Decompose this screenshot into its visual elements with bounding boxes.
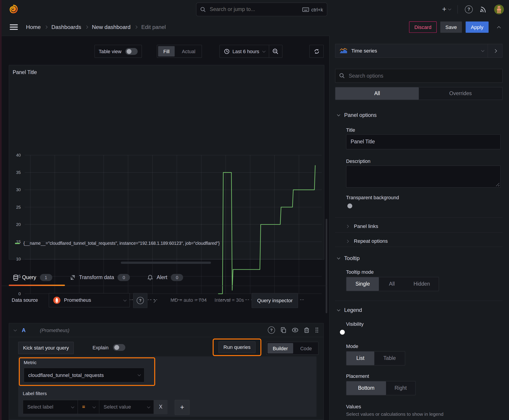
- news-feed-icon[interactable]: [480, 6, 487, 13]
- fill-option[interactable]: Fill: [158, 46, 175, 56]
- remove-filter-button[interactable]: X: [154, 400, 168, 414]
- search-icon: [200, 7, 206, 12]
- select-value-dropdown[interactable]: Select value: [99, 400, 154, 414]
- breadcrumb-new-dashboard[interactable]: New dashboard: [92, 24, 130, 30]
- help-icon[interactable]: ?: [465, 5, 473, 13]
- panel-links-section[interactable]: Panel links: [346, 223, 378, 229]
- new-menu-button[interactable]: +: [442, 6, 450, 13]
- time-range-control: Last 6 hours: [220, 45, 282, 58]
- visualization-select[interactable]: Time series: [335, 44, 487, 57]
- tab-overrides[interactable]: Overrides: [419, 87, 502, 100]
- metric-select[interactable]: cloudflared_tunnel_total_requests: [24, 368, 144, 382]
- viz-suggestions-button[interactable]: [488, 44, 502, 57]
- panel-title-input[interactable]: [346, 134, 501, 150]
- tab-all[interactable]: All: [335, 87, 419, 100]
- placement-bottom-option[interactable]: Bottom: [347, 381, 386, 395]
- breadcrumb-home[interactable]: Home: [26, 24, 41, 30]
- chevron-down-icon: [71, 405, 74, 408]
- table-view-label: Table view: [99, 48, 122, 54]
- legend-list-option[interactable]: List: [347, 352, 374, 365]
- chevron-right-icon: [346, 225, 349, 228]
- global-search[interactable]: ctrl+k: [196, 3, 327, 16]
- collapse-query-icon[interactable]: [14, 328, 17, 331]
- placement-right-option[interactable]: Right: [386, 381, 415, 395]
- query-options-expander[interactable]: [153, 298, 155, 303]
- add-filter-button[interactable]: +: [175, 400, 190, 415]
- tab-alert[interactable]: Alert 0: [147, 270, 183, 286]
- chart-legend[interactable]: {__name__="cloudflared_tunnel_total_requ…: [15, 241, 220, 246]
- menu-toggle-button[interactable]: [10, 24, 18, 30]
- series-label[interactable]: {__name__="cloudflared_tunnel_total_requ…: [23, 241, 220, 246]
- time-range-picker[interactable]: Last 6 hours: [220, 45, 269, 57]
- table-view-control: Table view: [94, 45, 142, 58]
- chevron-down-icon: [448, 7, 451, 10]
- save-button[interactable]: Save: [440, 21, 462, 33]
- svg-text:25: 25: [16, 205, 21, 210]
- tooltip-all-option[interactable]: All: [379, 277, 405, 291]
- code-option[interactable]: Code: [295, 343, 317, 353]
- hide-query-icon[interactable]: [292, 328, 298, 333]
- svg-text:20: 20: [16, 222, 21, 227]
- query-inspector-button[interactable]: Query inspector: [251, 293, 298, 308]
- zoom-out-button[interactable]: [269, 45, 282, 57]
- max-data-points: MD = auto = 704: [170, 297, 207, 303]
- data-source-picker[interactable]: Prometheus: [49, 293, 130, 307]
- delete-query-icon[interactable]: [304, 327, 310, 333]
- panel-preview[interactable]: Panel Title 051015202530354015:3016:0016…: [9, 65, 324, 260]
- kick-start-query-button[interactable]: Kick start your query: [18, 342, 74, 354]
- keyboard-icon: [302, 7, 309, 12]
- panel-resize-handle[interactable]: [121, 262, 211, 264]
- breadcrumb-dashboards[interactable]: Dashboards: [51, 24, 81, 30]
- discard-button[interactable]: Discard: [409, 21, 436, 33]
- apply-button[interactable]: Apply: [466, 21, 489, 33]
- database-icon: [13, 274, 19, 280]
- operator-dropdown[interactable]: =: [78, 400, 99, 414]
- values-description: Select values or calculations to show in…: [346, 412, 443, 417]
- legend-section[interactable]: Legend: [337, 307, 362, 313]
- active-tab-indicator: [9, 285, 65, 286]
- repeat-options-section[interactable]: Repeat options: [346, 238, 388, 244]
- tab-query-label: Query: [22, 275, 36, 280]
- scrollbar-thumb[interactable]: [326, 219, 327, 313]
- panel-options-section[interactable]: Panel options: [337, 112, 377, 118]
- explain-toggle[interactable]: [113, 344, 125, 351]
- query-help-icon[interactable]: ?: [268, 326, 275, 334]
- resize-grip-icon[interactable]: [496, 183, 499, 186]
- tooltip-section[interactable]: Tooltip: [337, 255, 360, 261]
- query-row-header[interactable]: A (Prometheus) ?: [9, 323, 323, 337]
- tab-transform[interactable]: Transform data 0: [69, 270, 130, 286]
- label-filters-label: Label filters: [23, 391, 47, 396]
- breadcrumb: Home Dashboards New dashboard Edit panel: [26, 18, 166, 36]
- duplicate-query-icon[interactable]: [281, 327, 286, 333]
- run-queries-button[interactable]: Run queries: [219, 341, 255, 353]
- select-label-dropdown[interactable]: Select label: [23, 400, 78, 414]
- grafana-logo[interactable]: [8, 4, 19, 14]
- drag-handle-icon[interactable]: [315, 327, 319, 333]
- options-search-input[interactable]: [348, 73, 498, 79]
- tooltip-hidden-option[interactable]: Hidden: [405, 277, 439, 291]
- tooltip-single-option[interactable]: Single: [347, 277, 379, 291]
- search-input[interactable]: [209, 6, 299, 13]
- options-search[interactable]: [335, 69, 502, 83]
- table-view-toggle[interactable]: [125, 48, 137, 54]
- builder-option[interactable]: Builder: [267, 343, 293, 353]
- transparent-background-label: Transparent background: [346, 195, 399, 200]
- description-textarea[interactable]: [346, 165, 501, 188]
- svg-text:30: 30: [16, 187, 21, 192]
- query-options-summary: MD = auto = 704 Interval = 30s: [170, 297, 244, 303]
- refresh-button[interactable]: [310, 45, 324, 58]
- data-source-help-button[interactable]: ?: [133, 293, 147, 308]
- divider: [335, 301, 502, 301]
- legend-placement-control: Bottom Right: [346, 381, 416, 395]
- chevron-right-icon: [85, 26, 88, 29]
- legend-table-option[interactable]: Table: [374, 352, 405, 365]
- collapse-options-button[interactable]: [495, 24, 503, 30]
- avatar[interactable]: [494, 5, 504, 14]
- svg-text:35: 35: [16, 170, 21, 175]
- shortcut-text: ctrl+k: [311, 7, 323, 12]
- transform-count-badge: 0: [118, 274, 130, 281]
- query-datasource-hint: (Prometheus): [40, 327, 69, 333]
- actual-option[interactable]: Actual: [177, 46, 201, 56]
- plus-icon: +: [442, 6, 446, 13]
- tab-query[interactable]: Query 1: [13, 270, 52, 286]
